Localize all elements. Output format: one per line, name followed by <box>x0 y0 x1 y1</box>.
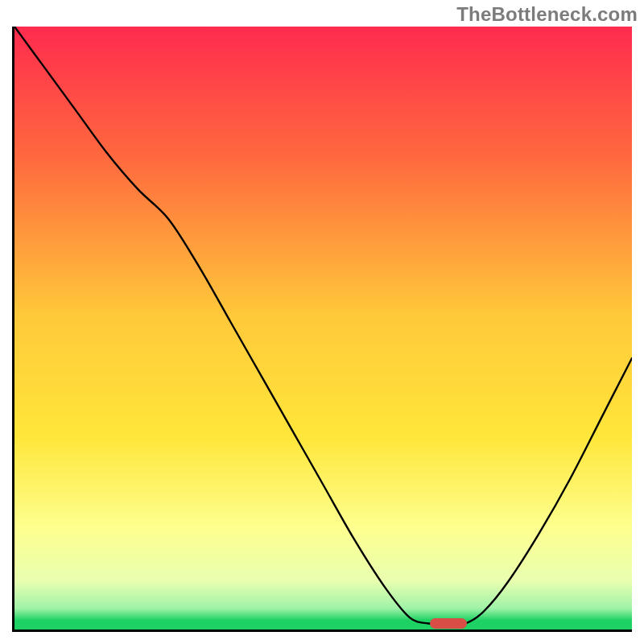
gradient-fill-rect <box>14 27 632 630</box>
plot-area <box>12 27 632 632</box>
watermark-text: TheBottleneck.com <box>456 3 638 26</box>
chart-frame: TheBottleneck.com <box>0 0 644 644</box>
chart-svg <box>14 27 632 630</box>
optimal-marker <box>430 618 467 629</box>
